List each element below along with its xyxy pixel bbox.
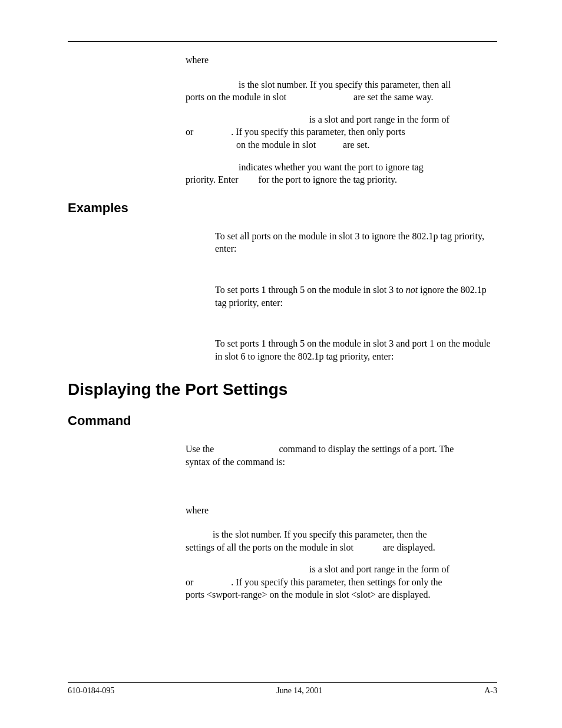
command-desc: Use the command to display the settings … bbox=[186, 443, 497, 468]
text: is the slot number. If you specify this … bbox=[239, 80, 451, 90]
text: settings of all the ports on the module … bbox=[186, 542, 353, 552]
text: for the port to ignore the tag priority. bbox=[259, 174, 397, 185]
text: Command bbox=[68, 413, 131, 428]
param-slot-desc: is the slot number. If you specify this … bbox=[186, 78, 497, 104]
footer-left: 610-0184-095 bbox=[68, 686, 114, 696]
footer-right: A-3 bbox=[484, 686, 497, 696]
example-2: To set ports 1 through 5 on the module i… bbox=[215, 284, 497, 309]
text: are set the same way. bbox=[353, 92, 433, 102]
text: are displayed. bbox=[383, 542, 435, 552]
top-rule bbox=[68, 41, 497, 42]
text: ports on the module in slot bbox=[186, 92, 286, 102]
text: To set all ports on the module in slot 3… bbox=[215, 231, 484, 254]
text: is a slot and port range in the form of bbox=[309, 114, 449, 124]
where-label-2: where bbox=[186, 504, 497, 517]
text: . If you specify this parameter, then on… bbox=[231, 127, 405, 137]
text: where bbox=[186, 55, 209, 65]
where-label-1: where bbox=[186, 54, 497, 67]
param-ignore-desc: indicates whether you want the port to i… bbox=[186, 161, 497, 186]
example-1: To set all ports on the module in slot 3… bbox=[215, 230, 497, 255]
text: syntax of the command is: bbox=[186, 457, 285, 467]
text: indicates whether you want the port to i… bbox=[239, 162, 424, 172]
text: or bbox=[186, 577, 229, 587]
examples-heading: Examples bbox=[68, 200, 497, 216]
text: ports <swport-range> on the module in sl… bbox=[186, 589, 431, 599]
text: where bbox=[186, 505, 209, 515]
text: are set. bbox=[343, 140, 369, 150]
text: To set ports 1 through 5 on the module i… bbox=[215, 285, 406, 295]
display-slot-desc: is the slot number. If you specify this … bbox=[186, 528, 497, 554]
text: To set ports 1 through 5 on the module i… bbox=[215, 338, 491, 361]
page-footer: 610-0184-095 June 14, 2001 A-3 bbox=[68, 682, 497, 696]
italic: not bbox=[406, 285, 418, 295]
text: . If you specify this parameter, then se… bbox=[231, 577, 442, 587]
text: on the module in slot bbox=[186, 140, 316, 150]
command-heading: Command bbox=[68, 413, 497, 429]
display-range-desc: is a slot and port range in the form of … bbox=[186, 563, 497, 601]
param-range-desc: is a slot and port range in the form of … bbox=[186, 113, 497, 151]
example-3: To set ports 1 through 5 on the module i… bbox=[215, 337, 497, 363]
text: priority. Enter bbox=[186, 174, 239, 185]
text: command to display the settings of a por… bbox=[279, 444, 454, 454]
text: Displaying the Port Settings bbox=[68, 380, 287, 398]
text: Use the bbox=[186, 444, 249, 454]
display-heading: Displaying the Port Settings bbox=[68, 380, 497, 399]
footer-center: June 14, 2001 bbox=[276, 686, 322, 696]
text: or bbox=[186, 127, 229, 137]
text: Examples bbox=[68, 200, 128, 215]
text: is the slot number. If you specify this … bbox=[213, 529, 427, 539]
text: is a slot and port range in the form of bbox=[309, 564, 449, 574]
